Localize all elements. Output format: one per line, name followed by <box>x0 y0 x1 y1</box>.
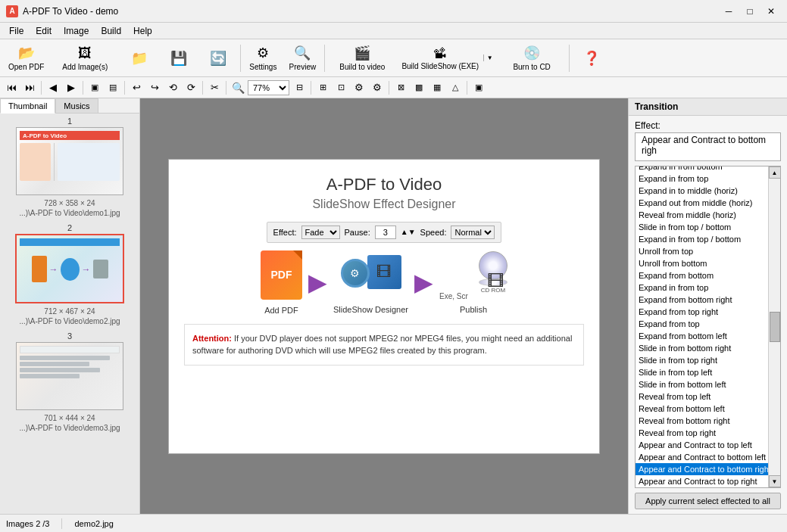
effect-list[interactable]: Unroll from rightBuild up from rightBuil… <box>636 166 768 487</box>
effect-list-item[interactable]: Expand in from top / bottom <box>636 233 768 245</box>
build-slideshow-button[interactable]: 📽 Build SlideShow (EXE) ▼ <box>398 42 496 75</box>
thumbnail-item-2[interactable]: 2 → → <box>3 223 136 325</box>
tb2-btn-3[interactable]: ▣ <box>86 79 103 96</box>
tb2-sep-1 <box>41 81 42 95</box>
first-btn[interactable]: ⏮ <box>3 79 20 96</box>
effect-list-item[interactable]: Expand from bottom right <box>636 294 768 306</box>
tb2-btn-8[interactable]: ⟳ <box>183 79 199 96</box>
next-btn[interactable]: ▶ <box>63 79 80 96</box>
thumb-wrap-2: → → <box>15 234 124 303</box>
diag-label-slideshow: SlideShow Designer <box>333 305 408 314</box>
tb2-btn-17[interactable]: △ <box>447 79 464 96</box>
effect-list-item[interactable]: Slide in from bottom left <box>636 378 768 390</box>
effect-list-item[interactable]: Unroll from bottom <box>636 257 768 269</box>
settings-button[interactable]: ⚙ Settings <box>244 42 282 75</box>
thumb-img-2: → → <box>17 235 123 302</box>
burn-cd-button[interactable]: 💿 Burn to CD <box>498 42 566 75</box>
secondary-toolbar: ⏮ ⏭ ◀ ▶ ▣ ▤ ↩ ↪ ⟲ ⟳ ✂ 🔍 77% 50% 100% ⊟ ⊞… <box>0 77 787 98</box>
tb2-btn-7[interactable]: ⟲ <box>164 79 181 96</box>
effect-list-item[interactable]: Expand out from middle (horiz) <box>636 197 768 209</box>
effect-list-item[interactable]: Reveal from top right <box>636 427 768 439</box>
prev-btn[interactable]: ◀ <box>45 79 61 96</box>
tb2-btn-14[interactable]: ⊠ <box>392 79 409 96</box>
effect-list-item[interactable]: Expand from bottom left <box>636 330 768 342</box>
menu-image[interactable]: Image <box>58 24 95 38</box>
build-slideshow-dropdown[interactable]: ▼ <box>483 54 495 61</box>
effect-list-item[interactable]: Reveal from top left <box>636 390 768 403</box>
effect-list-item[interactable]: Expand in from top <box>636 282 768 294</box>
preview-button[interactable]: 🔍 Preview <box>283 42 321 75</box>
right-effect-label: Effect: <box>629 116 787 132</box>
effect-list-item[interactable]: Reveal from bottom left <box>636 403 768 415</box>
effect-list-item[interactable]: Slide in from top / bottom <box>636 221 768 233</box>
effect-list-item[interactable]: Reveal from middle (horiz) <box>636 209 768 221</box>
effect-list-item[interactable]: Reveal from bottom right <box>636 415 768 427</box>
build-video-button[interactable]: 🎬 Build to video <box>328 42 396 75</box>
open-pdf-label: Open PDF <box>8 63 44 71</box>
effect-list-item[interactable]: Appear and Contract to bottom left <box>636 451 768 463</box>
add-image-button[interactable]: 🖼 Add Image(s) <box>51 42 119 75</box>
attention-label: Attention: <box>192 334 234 343</box>
effect-list-item[interactable]: Expand in to middle (horiz) <box>636 185 768 197</box>
tb2-btn-12[interactable]: ⚙ <box>351 79 367 96</box>
tb2-btn-5[interactable]: ↩ <box>128 79 145 96</box>
effect-list-item[interactable]: Expand from bottom <box>636 269 768 282</box>
open-pdf-button[interactable]: 📂 Open PDF <box>3 42 49 75</box>
settings-icon: ⚙ <box>257 45 269 61</box>
pause-input[interactable] <box>375 226 396 239</box>
scrollbar-up[interactable]: ▲ <box>769 166 781 179</box>
attention-box: Attention: If your DVD player does not s… <box>184 324 584 366</box>
open-folder-button[interactable]: 📁 <box>120 42 158 75</box>
thumbnail-item-1[interactable]: 1 A-PDF to Video <box>3 117 136 217</box>
tb2-btn-4[interactable]: ▤ <box>105 79 121 96</box>
maximize-button[interactable]: □ <box>740 4 760 19</box>
effect-list-item[interactable]: Appear and Contract to top left <box>636 439 768 451</box>
apply-effect-button[interactable]: Apply current select effected to all <box>635 493 781 509</box>
tb2-btn-11[interactable]: ⊡ <box>333 79 349 96</box>
help-button[interactable]: ❓ <box>573 42 611 75</box>
tb2-btn-13[interactable]: ⚙ <box>369 79 386 96</box>
tb2-btn-6[interactable]: ↪ <box>146 79 163 96</box>
scrollbar-thumb[interactable] <box>770 312 780 342</box>
effect-list-item[interactable]: Expand in from top <box>636 173 768 185</box>
thumb-num-2: 2 <box>3 223 136 232</box>
minimize-button[interactable]: ─ <box>719 4 739 19</box>
status-bar: Images 2 /3 demo2.jpg <box>0 514 787 532</box>
refresh-button[interactable]: 🔄 <box>199 42 237 75</box>
tb2-btn-16[interactable]: ▦ <box>429 79 445 96</box>
effect-list-item[interactable]: Slide in from top left <box>636 366 768 378</box>
tb2-btn-10[interactable]: ⊞ <box>314 79 331 96</box>
thumb-path-3: ...)\A-PDF to Video\demo3.jpg <box>3 424 136 432</box>
help-icon: ❓ <box>583 50 600 67</box>
effect-select[interactable]: Fade Slide Zoom <box>301 226 340 239</box>
tab-thumbnail[interactable]: Thumbnail <box>0 98 55 114</box>
scrollbar-down[interactable]: ▼ <box>769 475 781 487</box>
close-button[interactable]: ✕ <box>761 4 781 19</box>
menu-file[interactable]: File <box>3 24 30 38</box>
save-button[interactable]: 💾 <box>160 42 198 75</box>
zoom-select[interactable]: 77% 50% 100% <box>248 80 289 95</box>
arrow-2: ▶ <box>414 268 433 297</box>
effect-list-item[interactable]: Unroll from top <box>636 245 768 257</box>
speed-label: Speed: <box>420 228 447 237</box>
transition-tab[interactable]: Transition <box>629 98 787 116</box>
tb2-zoom-in[interactable]: 🔍 <box>230 79 246 96</box>
speed-select[interactable]: Normal Fast Slow <box>451 226 495 239</box>
thumbnail-item-3[interactable]: 3 <box>3 331 136 432</box>
effect-list-item[interactable]: Expand from top <box>636 318 768 330</box>
tab-musics[interactable]: Musics <box>55 98 98 113</box>
menu-build[interactable]: Build <box>95 24 127 38</box>
tb2-btn-9[interactable]: ✂ <box>206 79 223 96</box>
effect-list-item[interactable]: Slide in from bottom right <box>636 342 768 354</box>
menu-help[interactable]: Help <box>127 24 158 38</box>
effect-list-item[interactable]: Slide in from top right <box>636 354 768 366</box>
last-btn[interactable]: ⏭ <box>21 79 38 96</box>
effect-list-item[interactable]: Expand in from bottom <box>636 166 768 173</box>
tb2-btn-18[interactable]: ▣ <box>470 79 487 96</box>
tb2-btn-15[interactable]: ▩ <box>411 79 427 96</box>
effect-list-item[interactable]: Expand from top right <box>636 306 768 318</box>
effect-list-item[interactable]: Appear and Contract to top right <box>636 475 768 487</box>
menu-edit[interactable]: Edit <box>30 24 58 38</box>
effect-list-item[interactable]: Appear and Contract to bottom right <box>636 463 768 475</box>
tb2-zoom-icon[interactable]: ⊟ <box>291 79 308 96</box>
